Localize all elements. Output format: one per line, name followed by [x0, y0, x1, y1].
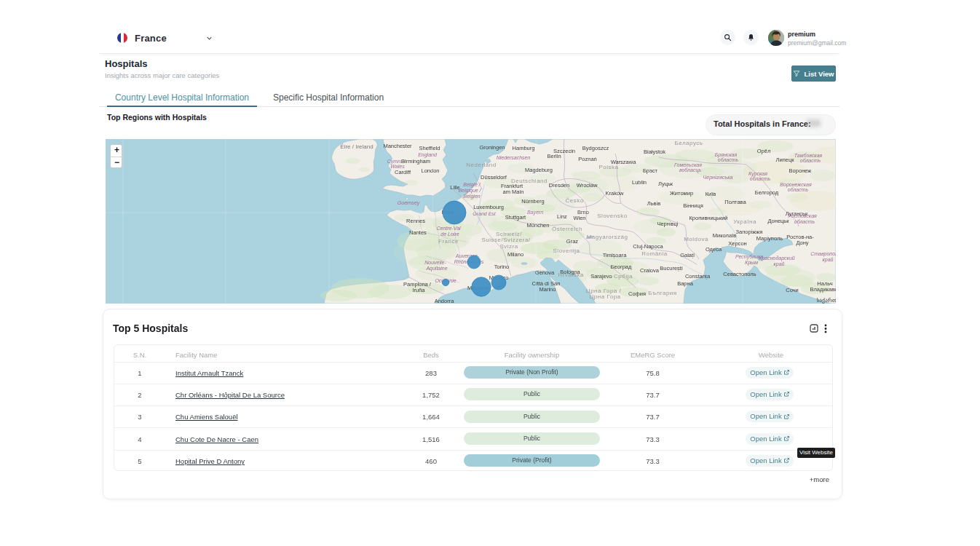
svg-text:Варна: Варна — [677, 280, 693, 287]
svg-text:London: London — [421, 167, 439, 174]
svg-text:Guernsey: Guernsey — [398, 200, 420, 206]
svg-text:Белгород: Белгород — [755, 189, 779, 196]
svg-text:Iruña: Iruña — [412, 287, 425, 293]
svg-text:Житомир: Житомир — [670, 190, 693, 197]
svg-text:België /: België / — [463, 182, 481, 188]
svg-text:Kraków: Kraków — [605, 190, 624, 197]
svg-text:Воронеж: Воронеж — [789, 167, 812, 174]
svg-text:Запоріжжя: Запоріжжя — [736, 229, 763, 235]
svg-text:Cardiff: Cardiff — [395, 169, 411, 175]
svg-text:საქართვ: საქართვ — [816, 297, 836, 304]
svg-text:Брэст: Брэст — [643, 167, 658, 174]
svg-text:София: София — [628, 290, 646, 297]
svg-text:Österreich: Österreich — [552, 226, 582, 232]
svg-text:Dresden: Dresden — [549, 182, 569, 189]
svg-text:Тамбовская: Тамбовская — [794, 153, 823, 158]
svg-text:Nederland: Nederland — [466, 162, 496, 168]
svg-text:Одеса: Одеса — [706, 246, 722, 253]
svg-text:Hrvatska: Hrvatska — [558, 272, 584, 278]
svg-text:Belgien: Belgien — [463, 194, 480, 199]
svg-text:Миколаїв: Миколаїв — [713, 232, 736, 239]
svg-text:область: область — [800, 158, 821, 163]
svg-text:Belgique /: Belgique / — [458, 188, 481, 194]
svg-text:Чернівці: Чернівці — [657, 221, 678, 227]
svg-text:вобласць: вобласць — [679, 167, 702, 173]
svg-text:Владикавк.: Владикавк. — [810, 286, 836, 293]
svg-text:Севастополь: Севастополь — [723, 271, 756, 277]
svg-text:Constanța: Constanța — [685, 273, 711, 280]
svg-text:Slovenija: Slovenija — [553, 248, 580, 254]
svg-text:Magdeburg: Magdeburg — [525, 167, 553, 173]
svg-text:Львів: Львів — [647, 200, 660, 207]
svg-text:Luxembourg: Luxembourg — [473, 204, 504, 210]
svg-text:Кропивницький: Кропивницький — [689, 215, 727, 221]
svg-text:Düsseldorf: Düsseldorf — [481, 174, 507, 181]
svg-text:Timișoara: Timișoara — [603, 252, 627, 258]
svg-text:Slovensko: Slovensko — [597, 213, 627, 219]
svg-text:Луцьк: Луцьк — [658, 181, 673, 187]
svg-text:Suisse/Svizzera/: Suisse/Svizzera/ — [481, 237, 530, 243]
svg-text:Éire / Ireland: Éire / Ireland — [340, 143, 373, 150]
svg-text:Sarajevo: Sarajevo — [590, 273, 612, 280]
svg-text:край: край — [774, 261, 785, 267]
svg-text:Graz: Graz — [566, 238, 579, 245]
svg-text:Ростовская: Ростовская — [788, 213, 817, 218]
svg-text:Manchester: Manchester — [383, 143, 412, 149]
svg-text:Bydgoszcz: Bydgoszcz — [582, 145, 609, 151]
svg-text:Grand Est: Grand Est — [473, 211, 497, 216]
svg-text:область: область — [750, 176, 771, 181]
svg-text:область: область — [718, 157, 739, 162]
svg-text:Craiova: Craiova — [640, 267, 660, 274]
svg-text:München: München — [527, 222, 550, 229]
svg-text:England: England — [418, 152, 438, 158]
svg-text:область: область — [794, 219, 815, 224]
svg-text:Wrocław: Wrocław — [577, 182, 598, 189]
svg-text:край: край — [823, 257, 834, 263]
svg-text:Nürnberg: Nürnberg — [521, 198, 544, 205]
svg-text:Нальч: Нальч — [817, 280, 832, 287]
svg-text:Nouvelle-: Nouvelle- — [424, 260, 446, 265]
svg-text:Poznań: Poznań — [578, 156, 596, 162]
svg-text:Berlin: Berlin — [547, 153, 561, 159]
svg-text:Донецьк: Донецьк — [767, 218, 789, 224]
svg-text:România: România — [641, 250, 668, 257]
svg-text:Magyarország: Magyarország — [587, 234, 628, 240]
svg-text:Hamburg: Hamburg — [513, 145, 535, 151]
svg-text:am Main: am Main — [503, 189, 524, 195]
svg-text:Чернігівська: Чернігівська — [703, 175, 733, 181]
svg-text:Београд: Београд — [611, 264, 632, 270]
svg-text:France: France — [438, 238, 459, 245]
svg-text:Moldova: Moldova — [684, 236, 708, 242]
svg-text:Краснодарский: Краснодарский — [759, 256, 795, 261]
svg-text:Црна Гора: Црна Гора — [589, 293, 620, 300]
svg-text:Niedersachsen: Niedersachsen — [497, 155, 531, 160]
svg-text:Київ: Київ — [706, 191, 716, 197]
svg-text:Birmingham: Birmingham — [401, 158, 430, 165]
svg-text:Липецк: Липецк — [776, 157, 795, 163]
svg-text:Крым: Крым — [745, 260, 758, 266]
svg-text:Sheffield: Sheffield — [419, 145, 440, 151]
svg-text:București: București — [660, 265, 683, 272]
svg-text:Сочи: Сочи — [786, 287, 799, 293]
svg-text:Ставропол.: Ставропол. — [810, 251, 836, 257]
svg-text:Україна: Україна — [733, 218, 756, 225]
svg-text:de Loire: de Loire — [440, 232, 459, 237]
svg-text:Białystok: Białystok — [644, 149, 665, 155]
svg-text:Česko: Česko — [565, 197, 583, 204]
svg-text:Дону: Дону — [796, 240, 808, 246]
svg-text:Galați: Galați — [680, 252, 695, 258]
svg-text:Орёл: Орёл — [757, 148, 771, 154]
svg-text:Гомельская: Гомельская — [674, 162, 702, 167]
svg-text:Stuttgart: Stuttgart — [505, 214, 526, 221]
svg-text:Genova: Genova — [535, 269, 555, 276]
svg-text:Milano: Milano — [507, 251, 523, 258]
svg-text:Linz: Linz — [557, 213, 567, 220]
svg-text:Polska: Polska — [598, 164, 618, 170]
svg-text:Torino: Torino — [494, 264, 509, 270]
svg-text:Rennes: Rennes — [406, 218, 425, 224]
svg-text:Србіја: Србіја — [614, 273, 633, 280]
svg-text:Aquitaine: Aquitaine — [425, 266, 447, 272]
svg-text:Andorra: Andorra — [435, 298, 455, 304]
svg-text:Centre-Val: Centre-Val — [436, 226, 461, 231]
svg-text:Маріуполь: Маріуполь — [756, 235, 783, 242]
